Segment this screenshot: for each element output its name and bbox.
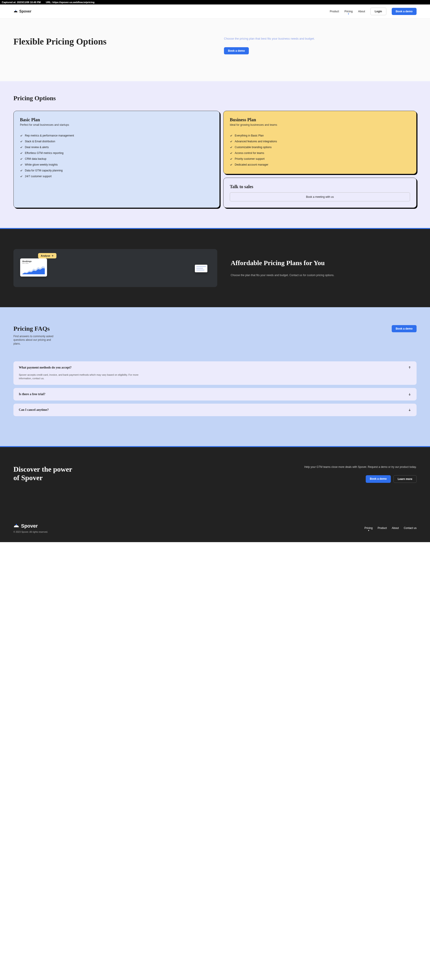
footer-link-pricing[interactable]: Pricing (364, 527, 372, 530)
check-icon (20, 140, 22, 143)
feature-text: Priority customer support (235, 157, 264, 161)
logo-icon (13, 10, 18, 13)
book-meeting-button[interactable]: Book a meeting with us (230, 192, 410, 201)
faq-item: What payment methods do you accept?Spove… (13, 361, 417, 385)
faq-question-text: What payment methods do you accept? (19, 366, 72, 369)
cta-title: Discover the power of Spover (13, 465, 76, 482)
capture-time: Captured at: 2023/11/09 10:49 PM (2, 1, 41, 3)
feature-text: Advanced features and integrations (235, 140, 277, 143)
business-plan-sub: Ideal for growing businesses and teams (230, 123, 410, 126)
feature-text: Deal review & alerts (25, 146, 49, 149)
feature-item: Customizable branding options (230, 144, 410, 150)
feature-item: Everything in Basic Plan (230, 133, 410, 138)
feature-text: Data for GTM capacity planning (25, 169, 63, 172)
logo[interactable]: Spover (13, 10, 31, 13)
business-features: Everything in Basic PlanAdvanced feature… (230, 133, 410, 168)
footer-link-about[interactable]: About (392, 527, 399, 530)
check-icon (230, 140, 232, 143)
check-icon (20, 169, 22, 172)
check-icon (230, 152, 232, 154)
nav-links: Product Pricing About Login Book a demo (330, 8, 417, 15)
feature-item: Data for GTM capacity planning (20, 168, 213, 173)
footer-copyright: © 2023 Spover. All rights reserved. (13, 531, 48, 533)
check-icon (20, 152, 22, 154)
check-icon (20, 175, 22, 178)
footer-logo[interactable]: Spover (13, 523, 48, 529)
cta-primary-button[interactable]: Book a demo (366, 475, 391, 483)
faq-question-text: Is there a free trial? (19, 393, 45, 396)
faq-question[interactable]: Is there a free trial? (19, 393, 411, 396)
capture-url: URL: https://spover-us.webflow.io/pricin… (46, 1, 94, 3)
faq-title: Pricing FAQs (13, 325, 58, 332)
faq-list: What payment methods do you accept?Spove… (13, 361, 417, 416)
feature-text: CRM data backup (25, 157, 46, 161)
hero: Flexible Pricing Options Choose the pric… (0, 19, 430, 81)
basic-features: Rep metrics & performance managementSlac… (20, 133, 213, 179)
hero-cta-button[interactable]: Book a demo (224, 47, 249, 54)
faq-answer: Spover accepts credit card, invoice, and… (19, 373, 140, 380)
feature-item: Rep metrics & performance management (20, 133, 213, 138)
faq-cta-button[interactable]: Book a demo (392, 325, 417, 332)
login-button[interactable]: Login (371, 8, 386, 15)
business-plan-card: Business Plan Ideal for growing business… (223, 111, 417, 174)
business-plan-name: Business Plan (230, 117, 410, 123)
bookings-title: Bookings (22, 260, 45, 262)
affordable-body: Choose the plan that fits your needs and… (231, 273, 417, 277)
faq-question[interactable]: What payment methods do you accept? (19, 366, 411, 369)
nav-pricing[interactable]: Pricing (344, 10, 353, 13)
sales-title: Talk to sales (230, 184, 410, 189)
faq-sub: Find answers to commonly asked questions… (13, 334, 58, 346)
nav-cta-button[interactable]: Book a demo (392, 8, 417, 15)
feature-text: Rep metrics & performance management (25, 134, 74, 137)
area-chart-icon (22, 265, 45, 274)
feature-text: Dedicated account manager (235, 163, 268, 166)
feature-text: 24/7 customer support (25, 175, 51, 178)
check-icon (20, 146, 22, 149)
svg-point-0 (15, 10, 16, 11)
footer-link-product[interactable]: Product (377, 527, 387, 530)
pricing-title: Pricing Options (13, 95, 417, 102)
sparkle-icon (51, 255, 54, 257)
arrow-down-icon (408, 408, 411, 412)
feature-item: Access control for teams (230, 150, 410, 156)
arrow-up-icon (408, 366, 411, 369)
check-icon (20, 158, 22, 160)
feature-item: Priority customer support (230, 156, 410, 162)
feature-item: 24/7 customer support (20, 173, 213, 179)
analyse-label: Analyse (41, 255, 50, 257)
check-icon (230, 158, 232, 160)
arrow-down-icon (408, 393, 411, 396)
cta-secondary-button[interactable]: Learn more (393, 475, 417, 483)
illustration-card: Analyse Bookings $11.55m (13, 249, 217, 287)
cta-section: Discover the power of Spover Help your G… (0, 446, 430, 496)
check-icon (20, 163, 22, 166)
basic-plan-card: Basic Plan Perfect for small businesses … (13, 111, 220, 208)
feature-item: Slack & Email distribution (20, 138, 213, 144)
footer-link-contact[interactable]: Contact us (404, 527, 417, 530)
check-icon (230, 134, 232, 137)
main-nav: Spover Product Pricing About Login Book … (0, 5, 430, 19)
faq-question[interactable]: Can I cancel anytime? (19, 408, 411, 412)
nav-about[interactable]: About (358, 10, 365, 13)
feature-item: Effortless GTM metrics reporting (20, 150, 213, 156)
svg-point-1 (16, 524, 17, 525)
feature-item: Deal review & alerts (20, 144, 213, 150)
logo-text: Spover (19, 10, 31, 13)
faq-item: Is there a free trial? (13, 388, 417, 401)
footer-links: Pricing Product About Contact us (364, 527, 417, 530)
cta-body: Help your GTM teams close more deals wit… (304, 465, 417, 469)
feature-text: Access control for teams (235, 151, 264, 154)
capture-bar: Captured at: 2023/11/09 10:49 PM URL: ht… (0, 0, 430, 5)
footer: Spover © 2023 Spover. All rights reserve… (0, 496, 430, 542)
nav-product[interactable]: Product (330, 10, 339, 13)
affordable-section: Analyse Bookings $11.55m Affordable Pric… (0, 228, 430, 307)
basic-plan-sub: Perfect for small businesses and startup… (20, 123, 213, 126)
hero-subtitle: Choose the pricing plan that best fits y… (224, 37, 417, 41)
check-icon (230, 163, 232, 166)
faq-section: Pricing FAQs Find answers to commonly as… (0, 307, 430, 446)
feature-text: Everything in Basic Plan (235, 134, 264, 137)
hero-title: Flexible Pricing Options (13, 37, 206, 47)
feature-text: Slack & Email distribution (25, 140, 55, 143)
check-icon (230, 146, 232, 149)
feature-item: CRM data backup (20, 156, 213, 162)
